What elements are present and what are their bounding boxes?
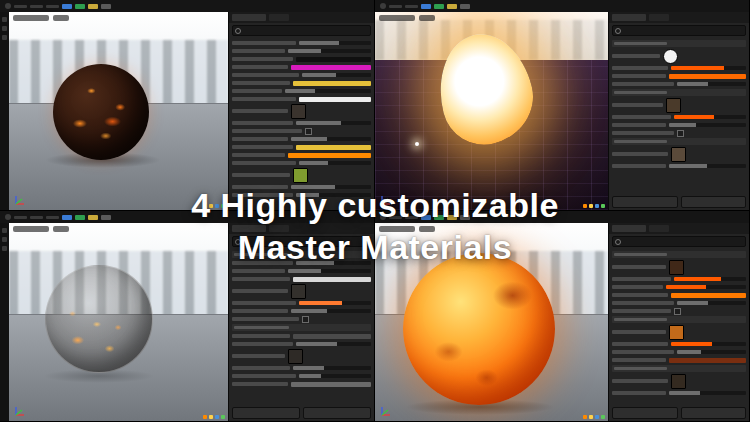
- viewport-lit-chip[interactable]: [53, 226, 69, 232]
- param-row[interactable]: [612, 114, 746, 120]
- param-row[interactable]: [612, 49, 746, 63]
- details-tab[interactable]: [269, 225, 289, 232]
- param-row[interactable]: [232, 192, 371, 198]
- apply-button[interactable]: [232, 407, 300, 419]
- param-row[interactable]: [612, 163, 746, 169]
- viewport-status-icon[interactable]: [203, 204, 207, 208]
- editor-menubar[interactable]: [0, 211, 374, 223]
- texture-thumbnail[interactable]: [671, 374, 686, 389]
- viewport-lit-chip[interactable]: [419, 15, 435, 21]
- viewport-status-icons[interactable]: [583, 204, 605, 208]
- param-row[interactable]: [232, 48, 371, 54]
- param-row[interactable]: [232, 96, 371, 102]
- param-row[interactable]: [232, 136, 371, 142]
- viewport-status-icon[interactable]: [221, 415, 225, 419]
- viewport-lava[interactable]: [9, 12, 228, 210]
- viewport-lit-chip[interactable]: [419, 226, 435, 232]
- color-swatch[interactable]: [291, 65, 371, 70]
- menu-item[interactable]: [46, 216, 59, 219]
- toolbar-icon[interactable]: [421, 4, 431, 9]
- param-slider[interactable]: [677, 350, 746, 354]
- viewport-status-icon[interactable]: [583, 204, 587, 208]
- param-slider[interactable]: [296, 121, 371, 125]
- param-slider[interactable]: [296, 342, 371, 346]
- param-row[interactable]: [232, 308, 371, 314]
- details-tab[interactable]: [612, 225, 646, 232]
- param-slider[interactable]: [677, 82, 746, 86]
- param-row[interactable]: [232, 72, 371, 78]
- param-row[interactable]: [612, 130, 746, 136]
- viewport-status-icons[interactable]: [203, 204, 225, 208]
- section-header[interactable]: [612, 365, 746, 372]
- viewport-status-icon[interactable]: [595, 415, 599, 419]
- param-row[interactable]: [612, 325, 746, 339]
- menu-item[interactable]: [405, 216, 418, 219]
- color-swatch[interactable]: [293, 81, 371, 86]
- param-row[interactable]: [232, 333, 371, 339]
- param-row[interactable]: [232, 168, 371, 182]
- param-row[interactable]: [612, 300, 746, 306]
- checkbox[interactable]: [677, 130, 684, 137]
- save-button[interactable]: [681, 196, 747, 208]
- mode-toolbar[interactable]: [0, 12, 9, 210]
- tool-icon[interactable]: [2, 246, 7, 251]
- param-slider[interactable]: [669, 164, 746, 168]
- param-row[interactable]: [232, 381, 371, 387]
- param-row[interactable]: [612, 349, 746, 355]
- viewport-mode-chip[interactable]: [13, 15, 49, 21]
- viewport-lit-chip[interactable]: [53, 15, 69, 21]
- viewport-status-icon[interactable]: [583, 415, 587, 419]
- toolbar-icon[interactable]: [88, 215, 98, 220]
- param-row[interactable]: [232, 349, 371, 363]
- param-row[interactable]: [612, 276, 746, 282]
- param-slider[interactable]: [299, 41, 371, 45]
- color-swatch[interactable]: [671, 293, 746, 298]
- details-tab[interactable]: [232, 14, 266, 21]
- param-row[interactable]: [612, 341, 746, 347]
- texture-thumbnail[interactable]: [669, 260, 684, 275]
- toolbar-icon[interactable]: [421, 215, 431, 220]
- param-row[interactable]: [612, 147, 746, 161]
- viewport-status-icon[interactable]: [203, 415, 207, 419]
- color-swatch[interactable]: [669, 358, 746, 363]
- color-swatch[interactable]: [296, 57, 371, 62]
- menu-item[interactable]: [30, 5, 43, 8]
- viewport-mode-chip[interactable]: [379, 15, 415, 21]
- viewport-status-icon[interactable]: [215, 415, 219, 419]
- toolbar-icons[interactable]: [421, 4, 470, 9]
- param-slider[interactable]: [674, 115, 746, 119]
- param-row[interactable]: [612, 284, 746, 290]
- texture-thumbnail[interactable]: [291, 284, 306, 299]
- param-row[interactable]: [232, 300, 371, 306]
- param-row[interactable]: [232, 365, 371, 371]
- param-slider[interactable]: [299, 301, 371, 305]
- toolbar-icon[interactable]: [434, 4, 444, 9]
- param-row[interactable]: [612, 122, 746, 128]
- details-tab[interactable]: [232, 225, 266, 232]
- apply-button[interactable]: [612, 196, 678, 208]
- texture-thumbnail[interactable]: [293, 168, 308, 183]
- tool-icon[interactable]: [2, 228, 7, 233]
- menu-item[interactable]: [14, 5, 27, 8]
- section-header[interactable]: [612, 89, 746, 96]
- section-header[interactable]: [612, 138, 746, 145]
- param-row[interactable]: [612, 81, 746, 87]
- param-row[interactable]: [232, 144, 371, 150]
- menu-item[interactable]: [30, 216, 43, 219]
- texture-thumbnail[interactable]: [666, 98, 681, 113]
- viewport-status-icon[interactable]: [601, 204, 605, 208]
- details-search-input[interactable]: [612, 236, 746, 247]
- section-header[interactable]: [232, 324, 371, 331]
- param-slider[interactable]: [677, 301, 746, 305]
- tool-icon[interactable]: [2, 26, 7, 31]
- toolbar-icon[interactable]: [62, 4, 72, 9]
- param-slider[interactable]: [291, 185, 371, 189]
- toolbar-icons[interactable]: [62, 4, 111, 9]
- checkbox[interactable]: [305, 128, 312, 135]
- param-row[interactable]: [232, 104, 371, 118]
- viewport-status-icon[interactable]: [589, 204, 593, 208]
- section-header[interactable]: [232, 251, 371, 258]
- color-swatch[interactable]: [291, 382, 371, 387]
- param-row[interactable]: [232, 276, 371, 282]
- toolbar-icon[interactable]: [460, 4, 470, 9]
